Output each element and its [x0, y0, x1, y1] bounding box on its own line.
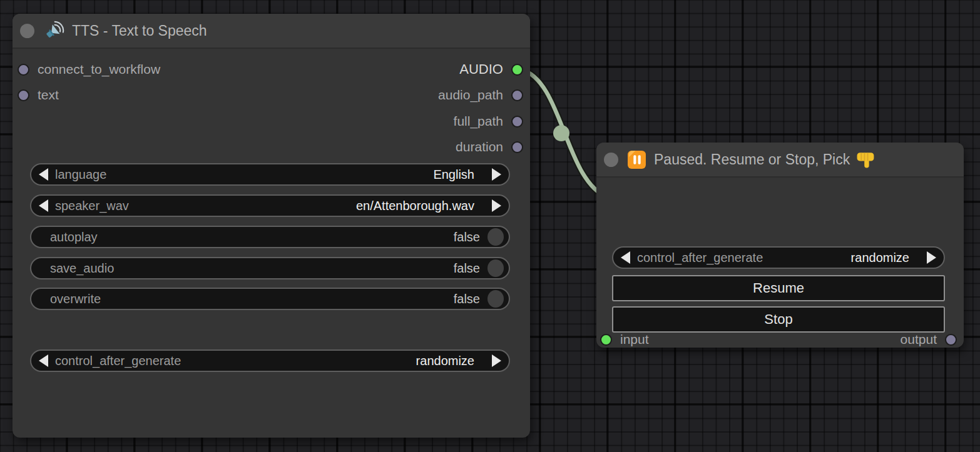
- resume-button[interactable]: Resume: [612, 275, 945, 301]
- widget-label: save_audio: [50, 261, 114, 276]
- stop-button-label: Stop: [764, 311, 792, 328]
- node-paused-resume-or-stop[interactable]: Paused. Resume or Stop, Pick input outpu…: [596, 143, 964, 348]
- widget-label: overwrite: [50, 292, 101, 306]
- output-port-full_path[interactable]: full_path: [454, 115, 523, 128]
- widget-value: false: [454, 292, 480, 306]
- input-slot-dot[interactable]: [18, 89, 29, 101]
- output-slot-dot[interactable]: [945, 334, 957, 346]
- input-slot-label: connect_to_workflow: [38, 62, 160, 77]
- input-slot-label: input: [620, 332, 649, 347]
- widget-value: false: [454, 230, 480, 244]
- output-slot-label: audio_path: [438, 88, 503, 103]
- widget-label: language: [55, 168, 106, 182]
- input-port-text[interactable]: text: [18, 89, 59, 101]
- output-slot-label: duration: [456, 139, 503, 154]
- widget-value: randomize: [851, 251, 909, 265]
- link-wire-outline: [521, 69, 608, 198]
- output-slot-label: full_path: [454, 114, 503, 129]
- output-port-output[interactable]: output: [901, 333, 957, 346]
- input-slot-label: text: [38, 88, 59, 103]
- resume-button-label: Resume: [753, 280, 804, 296]
- node-tts-text-to-speech[interactable]: TTS - Text to Speech connect_to_workflow…: [13, 14, 530, 438]
- input-port-input[interactable]: input: [600, 333, 649, 346]
- arrow-right-icon[interactable]: [492, 199, 501, 212]
- point-down-icon: [856, 150, 875, 169]
- node-tts-titlebar[interactable]: TTS - Text to Speech: [13, 14, 530, 49]
- arrow-left-icon[interactable]: [39, 168, 48, 181]
- link-midpoint-dot[interactable]: [553, 125, 569, 141]
- arrow-right-icon[interactable]: [492, 168, 501, 181]
- toggle-knob[interactable]: [487, 290, 504, 308]
- arrow-left-icon[interactable]: [39, 354, 48, 367]
- output-slot-dot[interactable]: [511, 141, 523, 153]
- input-slot-dot[interactable]: [18, 64, 29, 76]
- output-slot-label: output: [901, 332, 937, 347]
- output-slot-dot[interactable]: [511, 64, 523, 76]
- node-title: Paused. Resume or Stop, Pick: [654, 151, 850, 168]
- stop-button[interactable]: Stop: [612, 306, 945, 333]
- collapse-dot[interactable]: [604, 153, 618, 167]
- toggle-knob[interactable]: [487, 228, 504, 246]
- arrow-left-icon[interactable]: [621, 251, 630, 264]
- output-slot-dot[interactable]: [511, 116, 523, 128]
- widget-save_audio[interactable]: save_audio false: [30, 257, 510, 279]
- arrow-right-icon[interactable]: [927, 251, 936, 264]
- collapse-dot[interactable]: [20, 24, 34, 38]
- arrow-left-icon[interactable]: [39, 199, 48, 212]
- widget-value: English: [433, 168, 474, 182]
- widget-label: control_after_generate: [55, 354, 181, 368]
- input-port-connect_to_workflow[interactable]: connect_to_workflow: [18, 63, 160, 76]
- widget-label: control_after_generate: [637, 251, 763, 265]
- widget-control_after_generate[interactable]: control_after_generate randomize: [30, 349, 510, 372]
- output-slot-label: AUDIO: [459, 61, 503, 78]
- node-title: TTS - Text to Speech: [72, 23, 207, 39]
- widget-control_after_generate[interactable]: control_after_generate randomize: [612, 246, 945, 269]
- node-paused-titlebar[interactable]: Paused. Resume or Stop, Pick: [596, 143, 964, 178]
- widget-autoplay[interactable]: autoplay false: [30, 226, 510, 248]
- widget-overwrite[interactable]: overwrite false: [30, 288, 510, 310]
- widget-value: randomize: [416, 354, 474, 368]
- widget-value: false: [454, 261, 480, 276]
- speaker-icon: [43, 20, 64, 41]
- output-port-duration[interactable]: duration: [456, 141, 523, 153]
- output-slot-dot[interactable]: [511, 89, 523, 101]
- arrow-right-icon[interactable]: [492, 354, 501, 367]
- widget-label: speaker_wav: [55, 199, 129, 213]
- pause-icon: [627, 150, 646, 169]
- widget-label: autoplay: [50, 230, 98, 244]
- output-port-audio_path[interactable]: audio_path: [438, 89, 523, 101]
- link-wire: [521, 69, 608, 198]
- toggle-knob[interactable]: [487, 259, 504, 277]
- widget-speaker_wav[interactable]: speaker_wav en/Attenborough.wav: [30, 194, 510, 217]
- widget-language[interactable]: language English: [30, 163, 510, 186]
- input-slot-dot[interactable]: [600, 334, 612, 346]
- widget-value: en/Attenborough.wav: [356, 199, 474, 213]
- output-port-audio[interactable]: AUDIO: [459, 63, 523, 76]
